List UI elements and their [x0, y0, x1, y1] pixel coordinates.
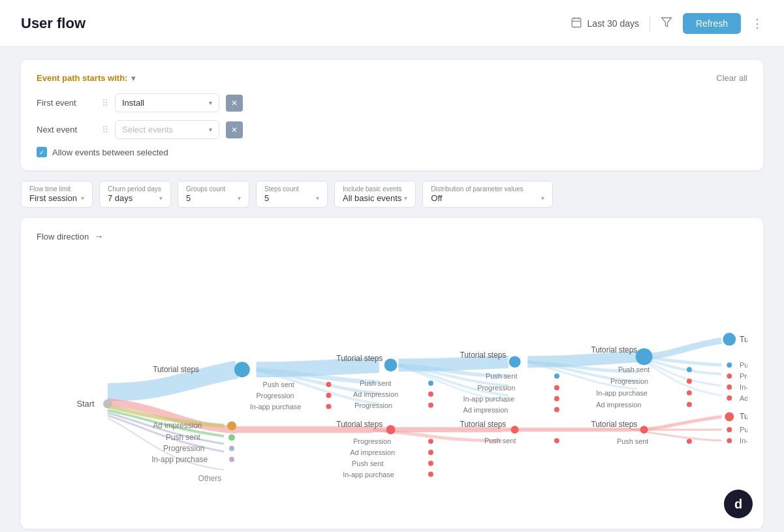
node-col3-tutorial-red [511, 426, 519, 433]
first-event-select[interactable]: Install ▾ [115, 93, 219, 112]
node-col2-adimp2 [428, 450, 433, 455]
flow-direction-arrow: → [94, 231, 103, 242]
calendar-icon [571, 16, 582, 30]
next-event-select[interactable]: Select events ▾ [115, 120, 219, 139]
node-col5-push [727, 362, 732, 368]
filter-chip-churn-period[interactable]: Churn period days 7 days ▾ [99, 181, 171, 208]
filter-label-distribution: Distribution of parameter values [431, 185, 544, 193]
filter-label-steps: Steps count [264, 185, 319, 193]
header: User flow Last 30 days Refresh ⋮ [0, 0, 784, 47]
flow-diagram: Start Tutorial steps Push sent Progressi… [37, 252, 747, 513]
node-col4-push2 [687, 439, 692, 444]
chip-arrow-4: ▾ [404, 195, 407, 202]
main-content: Event path starts with: ▾ Clear all Firs… [0, 47, 784, 532]
date-range[interactable]: Last 30 days [571, 16, 639, 30]
node-col1-prog [229, 446, 234, 451]
svg-marker-4 [661, 18, 671, 27]
label-col5-push: Push sent [740, 361, 747, 369]
filter-label-groups: Groups count [186, 185, 241, 193]
filter-icon[interactable] [661, 16, 672, 31]
label-col3-push: Push sent [486, 372, 517, 380]
label-col1-prog: Progression [163, 444, 204, 453]
node-col3-adimp [554, 407, 559, 413]
label-col5-adimp: Ad impression [740, 394, 747, 402]
node-col5-tutorial [723, 333, 736, 346]
label-col2-tutorial-red: Tutorial steps [336, 420, 383, 429]
filter-chip-include-events[interactable]: Include basic events All basic events ▾ [334, 181, 416, 208]
label-col4-adimp: Ad impression [596, 401, 641, 409]
start-label: Start [76, 399, 95, 409]
label-col2-tutorial: Tutorial steps [336, 354, 383, 363]
node-col3-push [554, 373, 559, 379]
chip-arrow-5: ▾ [541, 195, 544, 202]
node-col1-pushsent [326, 382, 332, 387]
label-col5-tutorial: Tutorial steps [740, 335, 747, 344]
filter-chip-groups-count[interactable]: Groups count 5 ▾ [178, 181, 249, 208]
first-event-close[interactable]: ✕ [226, 95, 243, 112]
label-col3-inapp: In-app purchase [463, 395, 514, 403]
node-col2-tutorial-red [386, 425, 396, 434]
refresh-button[interactable]: Refresh [683, 13, 741, 34]
flow-direction: Flow direction → [37, 231, 747, 242]
label-col4-push: Push sent [618, 366, 650, 373]
filter-value-distribution: Off ▾ [431, 193, 544, 203]
drag-handle-2[interactable]: ⠿ [102, 125, 108, 135]
filter-value-steps: 5 ▾ [264, 193, 319, 203]
next-event-close[interactable]: ✕ [226, 121, 243, 138]
node-col5-push2 [727, 427, 732, 432]
label-col1-push-green: Push sent [166, 433, 201, 442]
filter-label-flow-time: Flow time limit [29, 185, 84, 193]
label-col5-prog: Progression [740, 372, 747, 380]
label-col1-tutorial: Tutorial steps [153, 365, 199, 374]
node-col5-adimp [727, 396, 732, 401]
first-event-label: First event [37, 98, 95, 108]
first-event-row: First event ⠿ Install ▾ ✕ [37, 93, 747, 112]
label-col1-others: Others [198, 474, 222, 483]
label-col2-inapp3: In-app purchase [343, 471, 394, 478]
filter-bar: Flow time limit First session ▾ Churn pe… [21, 181, 763, 208]
node-col1-progression [326, 393, 332, 398]
allow-events-checkbox[interactable]: ✓ [37, 147, 47, 157]
filter-value-groups: 5 ▾ [186, 193, 241, 203]
filter-chip-distribution[interactable]: Distribution of parameter values Off ▾ [422, 181, 553, 208]
node-col3-prog [554, 385, 559, 390]
first-event-arrow: ▾ [209, 99, 212, 106]
filter-label-include: Include basic events [343, 185, 407, 193]
node-col5-inapp2 [727, 438, 732, 443]
label-col3-prog: Progression [477, 384, 515, 392]
drag-handle[interactable]: ⠿ [102, 98, 108, 108]
label-col4-tutorial-red2: Tutorial steps [591, 420, 637, 429]
label-col5-push2: Push sent [740, 426, 747, 433]
start-node [103, 399, 112, 409]
node-col3-push2 [554, 438, 559, 443]
node-col4-push [687, 367, 692, 372]
filter-chip-flow-time-limit[interactable]: Flow time limit First session ▾ [21, 181, 93, 208]
label-col1-inapp: In-app purchase [250, 403, 302, 411]
next-event-row: Next event ⠿ Select events ▾ ✕ [37, 120, 747, 139]
event-path-label[interactable]: Event path starts with: ▾ [37, 73, 135, 83]
node-col2-prog [428, 392, 433, 397]
label-col2-push3: Push sent [352, 460, 383, 467]
node-col2-inapp3 [428, 472, 433, 477]
node-col3-inapp [554, 396, 559, 401]
card-header: Event path starts with: ▾ Clear all [37, 73, 747, 83]
filter-chip-steps-count[interactable]: Steps count 5 ▾ [256, 181, 328, 208]
label-col1-progression: Progression [257, 392, 294, 399]
next-event-label: Next event [37, 125, 95, 134]
svg-rect-0 [572, 18, 581, 27]
node-col1-push-green [228, 434, 235, 441]
node-col2-push [428, 381, 433, 386]
node-col1-inapp2 [229, 457, 234, 462]
label-col1-inapp2: In-app purchase [151, 455, 208, 464]
node-col4-inapp [687, 390, 692, 396]
label-col5-inapp: In-app purchase [740, 383, 747, 391]
node-col4-tutorial [636, 349, 653, 366]
clear-all-button[interactable]: Clear all [716, 73, 747, 83]
node-col5-prog [727, 373, 732, 379]
label-col4-push2: Push sent [617, 437, 648, 445]
node-col4-adimp [687, 402, 692, 407]
filter-label-churn: Churn period days [108, 185, 163, 193]
more-options-icon[interactable]: ⋮ [751, 16, 763, 31]
allow-events-row: ✓ Allow events between selected [37, 147, 747, 157]
node-col5-inapp [727, 384, 732, 390]
